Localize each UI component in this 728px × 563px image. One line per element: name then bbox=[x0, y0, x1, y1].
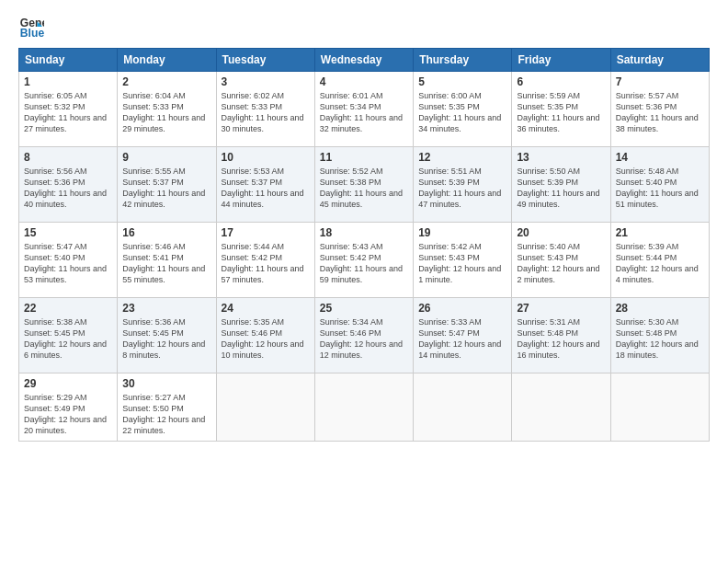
calendar-cell: 15 Sunrise: 5:47 AM Sunset: 5:40 PM Dayl… bbox=[19, 223, 118, 298]
calendar-cell: 3 Sunrise: 6:02 AM Sunset: 5:33 PM Dayli… bbox=[216, 72, 314, 147]
sunrise-label: Sunrise: 5:35 AM bbox=[222, 317, 285, 327]
daylight-label: Daylight: 11 hours and 32 minutes. bbox=[320, 113, 403, 133]
day-number: 23 bbox=[122, 302, 210, 315]
sunrise-label: Sunrise: 5:38 AM bbox=[24, 317, 87, 327]
day-info: Sunrise: 5:50 AM Sunset: 5:39 PM Dayligh… bbox=[517, 166, 605, 211]
day-info: Sunrise: 6:01 AM Sunset: 5:34 PM Dayligh… bbox=[320, 90, 408, 135]
sunrise-label: Sunrise: 5:42 AM bbox=[418, 242, 482, 251]
col-header-wednesday: Wednesday bbox=[314, 49, 413, 72]
day-info: Sunrise: 5:35 AM Sunset: 5:46 PM Dayligh… bbox=[222, 316, 310, 362]
sunset-label: Sunset: 5:50 PM bbox=[122, 404, 184, 413]
day-info: Sunrise: 5:39 AM Sunset: 5:44 PM Dayligh… bbox=[616, 241, 704, 286]
sunrise-label: Sunrise: 5:40 AM bbox=[517, 242, 580, 251]
day-info: Sunrise: 5:29 AM Sunset: 5:49 PM Dayligh… bbox=[24, 392, 112, 437]
sunset-label: Sunset: 5:33 PM bbox=[222, 102, 283, 111]
sunset-label: Sunset: 5:33 PM bbox=[122, 102, 184, 111]
day-number: 17 bbox=[222, 226, 310, 239]
calendar-header-row: SundayMondayTuesdayWednesdayThursdayFrid… bbox=[19, 49, 710, 72]
day-number: 1 bbox=[24, 75, 112, 88]
col-header-friday: Friday bbox=[512, 49, 610, 72]
day-info: Sunrise: 5:40 AM Sunset: 5:43 PM Dayligh… bbox=[517, 241, 605, 286]
sunset-label: Sunset: 5:46 PM bbox=[222, 328, 283, 338]
sunrise-label: Sunrise: 5:31 AM bbox=[517, 317, 580, 327]
daylight-label: Daylight: 12 hours and 8 minutes. bbox=[122, 339, 205, 360]
calendar-cell: 4 Sunrise: 6:01 AM Sunset: 5:34 PM Dayli… bbox=[314, 72, 413, 147]
day-info: Sunrise: 5:59 AM Sunset: 5:35 PM Dayligh… bbox=[517, 90, 605, 135]
week-row-1: 1 Sunrise: 6:05 AM Sunset: 5:32 PM Dayli… bbox=[19, 72, 710, 147]
calendar-cell: 27 Sunrise: 5:31 AM Sunset: 5:48 PM Dayl… bbox=[512, 298, 610, 373]
calendar-cell: 1 Sunrise: 6:05 AM Sunset: 5:32 PM Dayli… bbox=[19, 72, 118, 147]
daylight-label: Daylight: 11 hours and 44 minutes. bbox=[222, 189, 304, 209]
logo-icon: General Blue bbox=[18, 15, 44, 40]
calendar-cell bbox=[314, 373, 413, 442]
day-number: 19 bbox=[418, 226, 506, 239]
sunset-label: Sunset: 5:46 PM bbox=[320, 328, 381, 338]
sunrise-label: Sunrise: 5:36 AM bbox=[122, 317, 186, 327]
daylight-label: Daylight: 11 hours and 51 minutes. bbox=[616, 189, 699, 209]
sunrise-label: Sunrise: 5:33 AM bbox=[418, 317, 482, 327]
daylight-label: Daylight: 11 hours and 40 minutes. bbox=[24, 189, 107, 209]
day-number: 21 bbox=[616, 226, 704, 239]
day-number: 3 bbox=[222, 75, 310, 88]
sunset-label: Sunset: 5:40 PM bbox=[616, 178, 677, 187]
sunset-label: Sunset: 5:32 PM bbox=[24, 102, 85, 111]
day-number: 24 bbox=[222, 302, 310, 315]
daylight-label: Daylight: 11 hours and 29 minutes. bbox=[122, 113, 205, 133]
day-number: 28 bbox=[616, 302, 704, 315]
sunset-label: Sunset: 5:45 PM bbox=[24, 328, 85, 338]
day-number: 7 bbox=[616, 75, 704, 88]
sunset-label: Sunset: 5:47 PM bbox=[418, 328, 480, 338]
day-number: 29 bbox=[24, 377, 112, 390]
calendar-cell: 5 Sunrise: 6:00 AM Sunset: 5:35 PM Dayli… bbox=[414, 72, 512, 147]
day-number: 25 bbox=[320, 302, 408, 315]
day-number: 26 bbox=[418, 302, 506, 315]
sunset-label: Sunset: 5:34 PM bbox=[320, 102, 381, 111]
sunset-label: Sunset: 5:48 PM bbox=[616, 328, 677, 338]
daylight-label: Daylight: 11 hours and 49 minutes. bbox=[517, 189, 599, 209]
sunrise-label: Sunrise: 5:56 AM bbox=[24, 167, 87, 176]
day-number: 13 bbox=[517, 151, 605, 164]
calendar-cell: 19 Sunrise: 5:42 AM Sunset: 5:43 PM Dayl… bbox=[414, 223, 512, 298]
sunset-label: Sunset: 5:43 PM bbox=[418, 253, 480, 262]
day-info: Sunrise: 6:05 AM Sunset: 5:32 PM Dayligh… bbox=[24, 90, 112, 135]
sunrise-label: Sunrise: 5:53 AM bbox=[222, 167, 285, 176]
week-row-5: 29 Sunrise: 5:29 AM Sunset: 5:49 PM Dayl… bbox=[19, 373, 710, 442]
calendar-cell: 24 Sunrise: 5:35 AM Sunset: 5:46 PM Dayl… bbox=[216, 298, 314, 373]
day-info: Sunrise: 5:46 AM Sunset: 5:41 PM Dayligh… bbox=[122, 241, 210, 286]
calendar-cell: 12 Sunrise: 5:51 AM Sunset: 5:39 PM Dayl… bbox=[414, 147, 512, 223]
day-info: Sunrise: 5:55 AM Sunset: 5:37 PM Dayligh… bbox=[122, 166, 210, 211]
day-info: Sunrise: 5:48 AM Sunset: 5:40 PM Dayligh… bbox=[616, 166, 704, 211]
daylight-label: Daylight: 11 hours and 34 minutes. bbox=[418, 113, 501, 133]
header: General Blue bbox=[18, 15, 710, 40]
day-info: Sunrise: 5:51 AM Sunset: 5:39 PM Dayligh… bbox=[418, 166, 506, 211]
daylight-label: Daylight: 11 hours and 42 minutes. bbox=[122, 189, 205, 209]
col-header-monday: Monday bbox=[118, 49, 216, 72]
calendar-cell: 7 Sunrise: 5:57 AM Sunset: 5:36 PM Dayli… bbox=[610, 72, 709, 147]
daylight-label: Daylight: 12 hours and 22 minutes. bbox=[122, 415, 205, 435]
daylight-label: Daylight: 11 hours and 30 minutes. bbox=[222, 113, 304, 133]
day-number: 30 bbox=[122, 377, 210, 390]
calendar-cell: 8 Sunrise: 5:56 AM Sunset: 5:36 PM Dayli… bbox=[19, 147, 118, 223]
sunset-label: Sunset: 5:45 PM bbox=[122, 328, 184, 338]
sunset-label: Sunset: 5:44 PM bbox=[616, 253, 677, 262]
sunset-label: Sunset: 5:35 PM bbox=[517, 102, 578, 111]
calendar-cell bbox=[414, 373, 512, 442]
calendar-cell: 23 Sunrise: 5:36 AM Sunset: 5:45 PM Dayl… bbox=[118, 298, 216, 373]
calendar-cell: 18 Sunrise: 5:43 AM Sunset: 5:42 PM Dayl… bbox=[314, 223, 413, 298]
daylight-label: Daylight: 12 hours and 6 minutes. bbox=[24, 339, 107, 360]
sunset-label: Sunset: 5:39 PM bbox=[517, 178, 578, 187]
sunrise-label: Sunrise: 5:46 AM bbox=[122, 242, 186, 251]
calendar-cell: 26 Sunrise: 5:33 AM Sunset: 5:47 PM Dayl… bbox=[414, 298, 512, 373]
sunrise-label: Sunrise: 5:52 AM bbox=[320, 167, 383, 176]
sunset-label: Sunset: 5:49 PM bbox=[24, 404, 85, 413]
day-info: Sunrise: 6:02 AM Sunset: 5:33 PM Dayligh… bbox=[222, 90, 310, 135]
calendar-cell bbox=[512, 373, 610, 442]
calendar-cell: 22 Sunrise: 5:38 AM Sunset: 5:45 PM Dayl… bbox=[19, 298, 118, 373]
sunset-label: Sunset: 5:40 PM bbox=[24, 253, 85, 262]
day-info: Sunrise: 6:04 AM Sunset: 5:33 PM Dayligh… bbox=[122, 90, 210, 135]
daylight-label: Daylight: 11 hours and 45 minutes. bbox=[320, 189, 403, 209]
sunset-label: Sunset: 5:43 PM bbox=[517, 253, 578, 262]
day-number: 6 bbox=[517, 75, 605, 88]
daylight-label: Daylight: 11 hours and 53 minutes. bbox=[24, 264, 107, 284]
day-info: Sunrise: 5:56 AM Sunset: 5:36 PM Dayligh… bbox=[24, 166, 112, 211]
